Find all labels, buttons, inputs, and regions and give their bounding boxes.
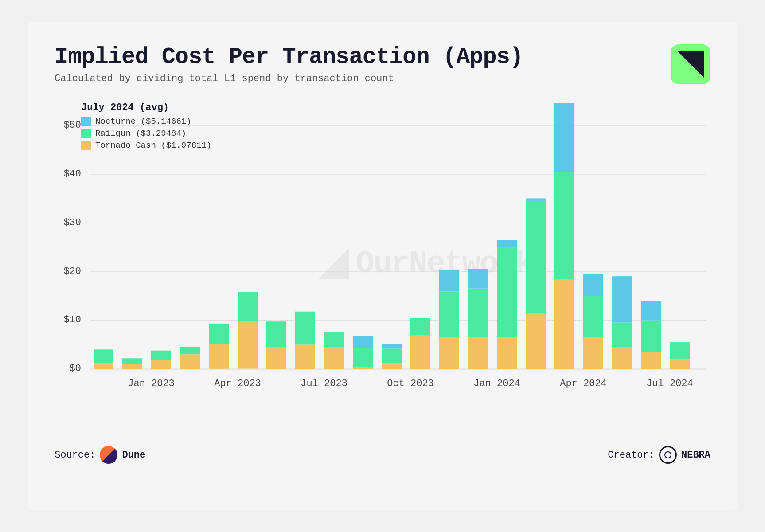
svg-text:$50: $50 <box>63 120 81 131</box>
bar-jun23-tornado <box>295 345 315 369</box>
legend-item-tornado: Tornado Cash ($1.97811) <box>81 141 211 150</box>
main-container: Implied Cost Per Transaction (Apps) Calc… <box>28 22 737 510</box>
bar-aug23-nocturne <box>353 336 373 348</box>
header: Implied Cost Per Transaction (Apps) Calc… <box>55 44 710 84</box>
bar-feb23-tornado <box>180 354 200 369</box>
bar-dec23-railgun <box>468 289 488 337</box>
svg-text:Jul 2024: Jul 2024 <box>646 379 693 390</box>
bar-nov22-tornado <box>94 363 113 369</box>
bar-may24-nocturne <box>612 276 632 322</box>
bar-oct23-railgun <box>410 318 430 335</box>
bar-jun23-railgun <box>295 312 315 345</box>
bar-sep23-tornado <box>382 363 402 369</box>
main-title: Implied Cost Per Transaction (Apps) <box>55 44 523 70</box>
source-label: Source: <box>55 450 95 461</box>
svg-marker-0 <box>677 51 704 78</box>
nebra-logo-inner <box>664 451 671 458</box>
title-block: Implied Cost Per Transaction (Apps) Calc… <box>55 44 523 84</box>
bar-apr23-railgun <box>238 292 258 321</box>
bar-may24-railgun <box>612 322 632 347</box>
bar-mar23-tornado <box>209 344 229 369</box>
svg-text:$10: $10 <box>63 315 81 326</box>
bar-jan24-tornado <box>497 337 517 369</box>
bar-aug23-railgun <box>353 348 373 367</box>
legend-item-railgun: Railgun ($3.29484) <box>81 129 211 138</box>
ournetwork-logo-icon <box>677 51 704 78</box>
bar-jul24-tornado <box>670 360 690 369</box>
bar-jan24-railgun <box>497 247 517 337</box>
legend-color-railgun <box>81 129 91 138</box>
legend-label-tornado: Tornado Cash ($1.97811) <box>95 141 211 150</box>
bar-apr24-tornado <box>583 337 603 369</box>
bar-sep23-nocturne <box>382 344 402 349</box>
ournetwork-logo-box <box>671 44 710 84</box>
footer: Source: Dune Creator: NEBRA <box>55 439 710 464</box>
bar-feb23-railgun <box>180 347 200 355</box>
dune-logo <box>100 446 117 464</box>
bar-oct23-tornado <box>410 335 430 369</box>
svg-text:$0: $0 <box>70 364 81 375</box>
chart-area: July 2024 (avg) Nocturne ($5.14661) Rail… <box>55 98 710 430</box>
legend-item-nocturne: Nocturne ($5.14661) <box>81 117 211 126</box>
bar-jul23-railgun <box>324 332 344 347</box>
bar-mar23-railgun <box>209 324 229 344</box>
bar-feb24-tornado <box>526 313 546 369</box>
bar-apr24-railgun <box>583 296 603 337</box>
bar-mar24-railgun <box>554 172 574 279</box>
svg-text:$40: $40 <box>63 168 81 180</box>
footer-source: Source: Dune <box>55 446 145 464</box>
svg-text:Apr 2024: Apr 2024 <box>560 379 607 390</box>
bar-jan23-railgun <box>151 351 171 360</box>
creator-label: Creator: <box>608 450 655 461</box>
svg-text:Apr 2023: Apr 2023 <box>214 379 261 390</box>
subtitle: Calculated by dividing total L1 spend by… <box>55 73 523 84</box>
bar-nov23-railgun <box>439 291 459 337</box>
nebra-logo <box>659 446 677 464</box>
footer-creator: Creator: NEBRA <box>608 446 710 464</box>
svg-text:$30: $30 <box>63 217 81 228</box>
creator-name: NEBRA <box>681 450 710 461</box>
bar-may23-railgun <box>266 321 286 347</box>
legend-color-nocturne <box>81 117 91 126</box>
bar-apr23-tornado <box>238 321 258 369</box>
svg-text:Jan 2024: Jan 2024 <box>473 379 520 390</box>
bar-jun24-tornado <box>641 352 661 369</box>
bar-jun24-nocturne <box>641 301 661 321</box>
bar-dec22-tornado <box>122 364 142 369</box>
bar-dec23-tornado <box>468 337 488 369</box>
bar-dec23-nocturne <box>468 269 488 289</box>
bar-may23-tornado <box>266 347 286 369</box>
svg-text:Jan 2023: Jan 2023 <box>128 379 175 390</box>
svg-text:Oct 2023: Oct 2023 <box>387 379 434 390</box>
bar-may24-tornado <box>612 347 632 369</box>
bar-jan24-nocturne <box>497 240 517 248</box>
bar-jan23-tornado <box>151 360 171 369</box>
bar-jul23-tornado <box>324 347 344 369</box>
bar-mar24-nocturne <box>554 103 574 172</box>
legend-label-nocturne: Nocturne ($5.14661) <box>95 117 191 126</box>
bar-dec22-railgun <box>122 358 142 364</box>
bar-feb24-railgun <box>526 201 546 313</box>
legend: July 2024 (avg) Nocturne ($5.14661) Rail… <box>81 102 211 153</box>
source-name: Dune <box>122 450 145 461</box>
bar-aug23-tornado <box>353 367 373 369</box>
bar-nov22-railgun <box>94 350 113 364</box>
bar-nov23-nocturne <box>439 270 459 291</box>
bar-nov23-tornado <box>439 337 459 369</box>
bar-feb24-nocturne <box>526 199 546 201</box>
bar-jun24-railgun <box>641 321 661 352</box>
svg-text:Jul 2023: Jul 2023 <box>301 379 347 390</box>
legend-title: July 2024 (avg) <box>81 102 211 113</box>
bar-mar24-tornado <box>554 279 574 369</box>
legend-color-tornado <box>81 141 91 150</box>
legend-label-railgun: Railgun ($3.29484) <box>95 129 186 138</box>
bar-jul24-railgun <box>670 342 690 359</box>
svg-text:$20: $20 <box>63 266 81 277</box>
bar-sep23-railgun <box>382 349 402 364</box>
bar-apr24-nocturne <box>583 274 603 296</box>
